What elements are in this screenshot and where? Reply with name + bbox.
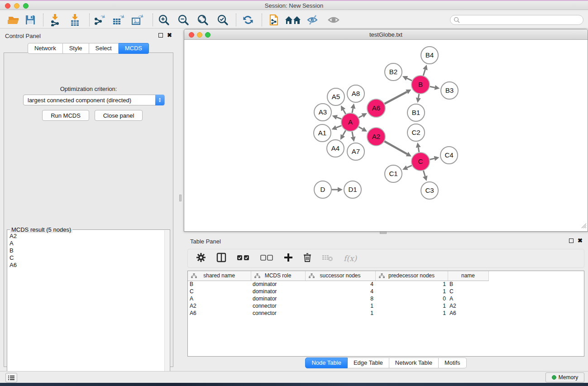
tab-network[interactable]: Network [28, 43, 63, 54]
graph-node-label: A4 [331, 144, 339, 152]
zoom-selected-icon[interactable] [216, 14, 229, 26]
function-builder-icon-disabled: f(x) [344, 254, 357, 263]
vertical-splitter-handle[interactable] [179, 195, 182, 201]
tab-node-table[interactable]: Node Table [305, 357, 348, 368]
mcds-result-item[interactable]: A [8, 240, 163, 247]
column-header-MCDS-role[interactable]: MCDS role [251, 271, 305, 281]
table-tabs: Node TableEdge TableNetwork TableMotifs [184, 357, 588, 368]
edge-A-A1[interactable] [336, 126, 342, 128]
open-session-icon[interactable] [7, 14, 20, 26]
edge-B-B3[interactable] [430, 86, 435, 87]
network-graph[interactable]: AA1A2A3A4A5A6A7A8BB1B2B3B4CC1C2C3C4DD1 [185, 40, 587, 231]
mcds-result-item[interactable]: C [8, 254, 163, 262]
column-header-name[interactable]: name [448, 271, 488, 281]
table-toolbar: f(x) [187, 249, 584, 268]
column-header-predecessor-nodes[interactable]: predecessor nodes [375, 271, 448, 281]
import-network-icon[interactable] [49, 14, 62, 26]
edge-A2-C[interactable] [384, 141, 407, 154]
run-mcds-button[interactable]: Run MCDS [42, 110, 89, 121]
delete-column-icon[interactable] [303, 253, 312, 264]
new-session-network-icon[interactable] [268, 14, 281, 26]
unselect-all-columns-icon[interactable] [260, 254, 274, 263]
attribute-type-icon [191, 273, 197, 278]
result-scrollbar[interactable] [164, 230, 169, 383]
close-table-panel-icon[interactable]: ✖ [578, 238, 583, 243]
search-input[interactable] [460, 17, 583, 23]
show-all-icon[interactable] [327, 14, 341, 26]
column-header-shared-name[interactable]: shared name [188, 271, 251, 281]
edge-arrowhead [434, 156, 440, 161]
edge-arrowhead [351, 137, 356, 142]
refresh-icon[interactable] [242, 14, 254, 26]
home-icon[interactable] [284, 14, 302, 26]
select-all-columns-icon[interactable] [237, 254, 250, 263]
hide-selected-icon[interactable] [306, 14, 320, 26]
float-table-panel-icon[interactable] [569, 238, 574, 243]
table-row[interactable]: A6connector11A6 [188, 310, 488, 317]
edge-C-C2[interactable] [418, 148, 419, 152]
memory-label: Memory [559, 374, 578, 381]
search-field[interactable] [450, 15, 583, 25]
mcds-result-item[interactable]: B [8, 247, 163, 254]
table-row[interactable]: Cdominator41C [188, 288, 488, 295]
tab-network-table[interactable]: Network Table [389, 357, 439, 368]
optimization-criterion-select[interactable]: largest connected component (directed) ▲… [23, 95, 165, 105]
export-image-icon[interactable] [131, 14, 143, 26]
mcds-result-list[interactable]: A2ABCA6 [8, 233, 163, 382]
graph-node-label: B1 [412, 109, 420, 116]
edge-B-B4[interactable] [423, 70, 425, 76]
edge-A-A3[interactable] [337, 117, 341, 119]
edge-A-A7[interactable] [352, 132, 353, 137]
tab-mcds[interactable]: MCDS [119, 43, 149, 54]
zoom-in-icon[interactable] [158, 14, 170, 26]
edge-A-A2[interactable] [359, 127, 363, 129]
export-table-icon[interactable] [112, 14, 124, 26]
edge-C-C4[interactable] [430, 158, 434, 159]
toolbar-separator [89, 14, 90, 26]
create-column-icon[interactable] [284, 253, 293, 264]
table-panel-title: Table Panel [190, 238, 221, 245]
edge-B-B2[interactable] [407, 78, 412, 81]
import-table-icon[interactable] [69, 14, 81, 26]
table-row[interactable]: Adominator80A [188, 295, 488, 302]
edge-A-A8[interactable] [352, 108, 353, 113]
export-network-icon[interactable] [93, 14, 106, 26]
graph-node-label: C1 [389, 170, 397, 177]
edge-A-A6[interactable] [359, 115, 363, 118]
memory-button[interactable]: Memory [545, 372, 584, 382]
zoom-out-icon[interactable] [177, 14, 190, 26]
network-canvas[interactable]: AA1A2A3A4A5A6A7A8BB1B2B3B4CC1C2C3C4DD1 [185, 40, 587, 231]
edge-A6-B[interactable] [385, 92, 407, 104]
edge-C-C3[interactable] [423, 171, 425, 176]
edge-C-C1[interactable] [407, 166, 412, 168]
float-panel-icon[interactable] [158, 33, 163, 38]
close-panel-button[interactable]: Close panel [95, 110, 143, 121]
node-table[interactable]: shared nameMCDS rolesuccessor nodesprede… [187, 271, 584, 357]
tab-edge-table[interactable]: Edge Table [348, 357, 389, 368]
table-row[interactable]: Bdominator41B [188, 281, 488, 288]
table-header-row: shared nameMCDS rolesuccessor nodesprede… [188, 271, 488, 281]
zoom-fit-icon[interactable] [196, 14, 209, 26]
edge-B-B1[interactable] [418, 94, 419, 98]
resize-grip-icon[interactable] [581, 222, 587, 230]
table-row[interactable]: A2connector11A2 [188, 302, 488, 310]
application-window: Session: New Session [0, 0, 588, 386]
column-header-successor-nodes[interactable]: successor nodes [305, 271, 375, 281]
edge-A-A4[interactable] [343, 130, 345, 135]
close-panel-icon[interactable]: ✖ [167, 33, 172, 38]
table-settings-gear-icon[interactable] [196, 253, 206, 264]
mcds-result-item[interactable]: A2 [8, 233, 163, 240]
toolbar-separator [43, 14, 43, 26]
task-history-button[interactable] [5, 373, 17, 382]
tab-motifs[interactable]: Motifs [439, 357, 467, 368]
graph-node-label: A1 [318, 129, 326, 137]
tab-select[interactable]: Select [89, 43, 119, 54]
edge-A-A5[interactable] [343, 110, 345, 114]
show-columns-icon[interactable] [216, 252, 227, 265]
main-toolbar [0, 11, 588, 29]
save-session-icon[interactable] [24, 14, 37, 26]
toolbar-separator [236, 14, 236, 26]
network-window-titlebar[interactable]: testGlobe.txt [184, 29, 588, 40]
mcds-result-item[interactable]: A6 [8, 262, 163, 269]
tab-style[interactable]: Style [63, 43, 89, 54]
